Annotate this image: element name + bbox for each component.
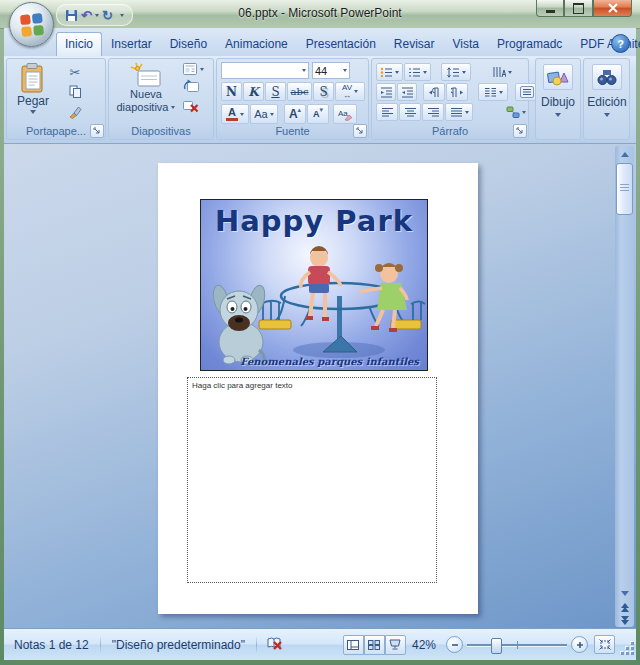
delete-slide-button[interactable] [183, 99, 204, 117]
carousel-seat-left [259, 320, 291, 329]
slide-thumbnail[interactable]: Happy Park Fenomenales parques infantile… [200, 199, 428, 371]
tab-vista[interactable]: Vista [444, 32, 488, 56]
zoom-level[interactable]: 42% [406, 638, 442, 652]
theme-name[interactable]: "Diseño predeterminado" [102, 638, 255, 652]
slideshow-view-button[interactable] [385, 635, 406, 655]
ltr-icon [428, 87, 441, 98]
maximize-button[interactable] [564, 0, 593, 17]
slide-sorter-view-button[interactable] [364, 635, 385, 655]
font-name-combo[interactable] [221, 62, 309, 79]
scrollbar-thumb[interactable] [616, 163, 633, 215]
maximize-icon [573, 3, 584, 14]
zoom-in-button[interactable] [571, 636, 588, 653]
text-direction-button[interactable] [487, 63, 517, 81]
tab-revisar[interactable]: Revisar [385, 32, 444, 56]
bullets-button[interactable] [376, 63, 403, 81]
increase-indent-button[interactable] [397, 83, 417, 101]
justify-button[interactable] [445, 103, 473, 121]
shapes-icon [547, 68, 569, 87]
layout-button[interactable] [183, 63, 204, 75]
fit-to-window-button[interactable] [594, 635, 615, 654]
cut-button[interactable]: ✂ [63, 63, 87, 81]
customize-qat-dropdown[interactable] [120, 14, 124, 17]
view-buttons [343, 635, 406, 655]
tab-presentacion[interactable]: Presentación [297, 32, 385, 56]
ltr-button[interactable] [423, 83, 445, 101]
powerpoint-window: 06.pptx - Microsoft PowerPoint ↶ ↻ [0, 0, 640, 665]
paste-button[interactable]: Pegar [11, 62, 55, 114]
redo-button[interactable]: ↻ [102, 9, 113, 22]
underline-button[interactable]: S [265, 82, 286, 101]
minimize-button[interactable] [536, 0, 564, 17]
undo-dropdown[interactable] [95, 14, 99, 17]
tab-diseno[interactable]: Diseño [161, 32, 216, 56]
copy-button[interactable] [63, 83, 87, 101]
character-spacing-button[interactable]: AV ↔ [335, 82, 365, 101]
zoom-slider[interactable] [467, 638, 567, 652]
tab-animaciones[interactable]: Animacione [216, 32, 297, 56]
close-button[interactable] [593, 0, 632, 17]
font-dialog-launcher[interactable] [353, 124, 367, 138]
tab-insertar[interactable]: Insertar [102, 32, 161, 56]
tab-programador[interactable]: Programadc [488, 32, 571, 56]
tab-inicio[interactable]: Inicio [56, 32, 102, 56]
format-painter-button[interactable] [63, 103, 87, 121]
new-slide-dropdown[interactable] [171, 106, 175, 109]
svg-text:Aa: Aa [338, 109, 348, 118]
resize-grip[interactable] [621, 642, 634, 655]
editing-button[interactable]: Edición [586, 64, 628, 117]
paragraph-dialog-launcher[interactable] [513, 124, 527, 138]
align-right-button[interactable] [422, 103, 444, 121]
change-case-button[interactable]: Aa [250, 104, 278, 124]
clear-formatting-button[interactable]: Aa [333, 104, 357, 124]
previous-slide-button[interactable] [621, 601, 629, 614]
office-button[interactable] [9, 2, 54, 47]
align-text-icon [520, 86, 534, 98]
normal-view-button[interactable] [343, 635, 364, 655]
delete-slide-icon [183, 100, 199, 113]
drawing-label: Dibujo [541, 95, 575, 109]
font-size-value: 44 [315, 65, 327, 77]
numbering-button[interactable] [404, 63, 431, 81]
clipboard-dialog-launcher[interactable] [90, 124, 104, 138]
scroll-up-button[interactable] [616, 146, 633, 162]
line-spacing-icon [446, 67, 460, 78]
rtl-button[interactable] [446, 83, 468, 101]
text-shadow-button[interactable]: S [313, 82, 334, 101]
new-slide-icon [130, 62, 162, 88]
paste-dropdown[interactable] [30, 110, 36, 114]
vertical-scrollbar[interactable] [615, 146, 634, 627]
notes-indicator[interactable]: Notas 1 de 12 [4, 638, 99, 652]
save-button[interactable] [65, 9, 78, 22]
bold-button[interactable]: N [221, 82, 242, 101]
smartart-button[interactable] [501, 103, 531, 121]
decrease-indent-button[interactable] [376, 83, 396, 101]
separator [100, 635, 101, 655]
drawing-button[interactable]: Dibujo [538, 64, 578, 117]
new-slide-button[interactable]: Nueva diapositiva [113, 62, 179, 114]
columns-button[interactable] [478, 83, 508, 101]
zoom-out-button[interactable] [446, 636, 463, 653]
group-paragraph-label: Párrafo [372, 124, 528, 139]
font-size-dropdown [343, 69, 347, 72]
grow-font-button[interactable]: A ▴ [284, 104, 306, 124]
align-center-button[interactable] [399, 103, 421, 121]
spellcheck-button[interactable] [258, 636, 291, 654]
font-size-combo[interactable]: 44 [312, 62, 350, 79]
align-left-button[interactable] [376, 103, 398, 121]
strikethrough-button[interactable]: abc [287, 82, 312, 101]
italic-button[interactable]: K [243, 82, 264, 101]
help-button[interactable]: ? [611, 34, 630, 53]
ribbon-tab-row: Inicio Insertar Diseño Animacione Presen… [4, 28, 636, 56]
notes-placeholder[interactable]: Haga clic para agregar texto [187, 377, 437, 583]
zoom-slider-thumb[interactable] [491, 638, 502, 654]
line-spacing-button[interactable] [441, 63, 471, 81]
reset-slide-button[interactable] [183, 78, 204, 96]
group-slides: Nueva diapositiva [108, 58, 214, 140]
shrink-font-button[interactable]: A ▾ [307, 104, 329, 124]
next-slide-button[interactable] [621, 614, 629, 627]
group-clipboard: Pegar ✂ [6, 58, 106, 140]
scroll-down-button[interactable] [616, 585, 633, 601]
font-color-button[interactable]: A [221, 104, 249, 124]
undo-button[interactable]: ↶ [81, 9, 92, 22]
